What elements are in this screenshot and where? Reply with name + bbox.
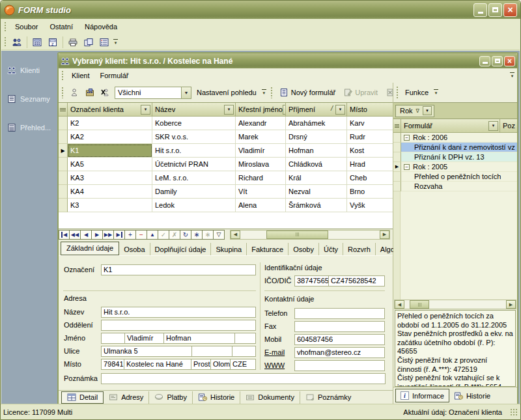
tab-informace[interactable]: i Informace [395, 389, 449, 402]
toolbar-overflow-button[interactable]: ▾ [260, 87, 268, 98]
form-label[interactable]: Přiznání k dani z nemovitostí vz [401, 143, 517, 152]
scroll-right-button[interactable]: ▶ [506, 300, 516, 309]
filter-combo[interactable]: Všichni ▼ [115, 87, 191, 99]
nav-goto-bookmark-button[interactable]: ∗ [203, 230, 214, 240]
sidebar-item-klienti[interactable]: Klienti [1, 63, 57, 78]
group-by-rok-button[interactable]: Rok ∇ ▼ [395, 105, 434, 117]
cell-code[interactable]: K2 [68, 117, 152, 130]
cell-first-name[interactable]: Vladimír [236, 144, 286, 158]
cell-first-name[interactable]: Alexandr [236, 117, 286, 130]
cell-first-name[interactable]: Vít [236, 185, 286, 199]
column-header-oznaceni[interactable]: Označení klienta▼ [68, 103, 152, 117]
nav-next-page-button[interactable]: ▶▶ [103, 230, 114, 240]
table-row[interactable]: KA3 LeM. s.r.o. Richard Král Cheb [59, 171, 393, 185]
grid-corner-button[interactable] [59, 103, 68, 117]
cell-name[interactable]: Účetnictví PRAN [152, 158, 236, 171]
cell-code[interactable]: KA2 [68, 130, 152, 144]
column-header-misto[interactable]: Místo [347, 103, 393, 117]
chevron-down-icon[interactable]: ▼ [181, 87, 191, 98]
lists-toolbar-button[interactable] [96, 35, 112, 49]
menubar-grip[interactable] [61, 70, 64, 80]
cell-name[interactable]: Koberce [152, 117, 236, 130]
column-header-krestni[interactable]: Křestní jméno▼ [236, 103, 286, 117]
view-settings-button[interactable]: Nastavení pohledu [193, 87, 260, 98]
email-field[interactable]: vhofman@stereo.cz [294, 347, 385, 358]
sidebar-item-seznamy[interactable]: Seznamy [1, 91, 57, 107]
nav-prior-page-button[interactable]: ◀◀ [70, 230, 81, 240]
child-close-button[interactable]: × [504, 56, 515, 66]
toolbar-overflow-button[interactable]: ▾ [432, 87, 440, 98]
cell-city[interactable]: Karv [347, 117, 393, 130]
table-row[interactable]: K3 Ledok Alena Šrámková Vyšk [59, 199, 393, 212]
cell-first-name[interactable]: Richard [236, 171, 286, 185]
nav-last-button[interactable]: ▶ [114, 230, 125, 240]
table-row[interactable]: KA5 Účetnictví PRAN Miroslava Chládková … [59, 158, 393, 171]
nav-prior-button[interactable]: ◀ [81, 230, 92, 240]
cell-code[interactable]: KA4 [68, 185, 152, 199]
dic-field[interactable]: CZ475628542 [328, 275, 385, 287]
column-header-poz[interactable]: Poz [500, 119, 517, 133]
tab-ucty[interactable]: Účty [319, 243, 343, 255]
nav-filter-button[interactable]: ▽ [214, 230, 225, 240]
calculator-toolbar-button[interactable] [29, 35, 45, 49]
group-row[interactable]: −Rok : 2006 [393, 133, 517, 143]
cell-city[interactable]: Hrad [347, 158, 393, 171]
titul-field[interactable] [101, 333, 125, 344]
oznaceni-field[interactable]: K1 [101, 264, 256, 275]
cell-code[interactable]: KA5 [68, 158, 152, 171]
psc-field[interactable]: 79841 [101, 359, 124, 370]
toolbar-grip[interactable] [396, 86, 399, 100]
nav-set-bookmark-button[interactable]: ∗ [191, 230, 203, 240]
child-maximize-button[interactable] [492, 56, 503, 66]
tab-historie[interactable]: Historie [193, 391, 240, 404]
form-label[interactable]: Rozvaha [401, 182, 517, 191]
prijmeni-field[interactable]: Hofman [163, 333, 235, 344]
tab-rozvrh[interactable]: Rozvrh [343, 243, 376, 255]
new-form-button[interactable]: Nový formulář [275, 87, 339, 98]
toolbar-grip[interactable] [270, 87, 273, 98]
collapse-icon[interactable]: − [404, 135, 410, 141]
cislo-popisne-field[interactable] [191, 346, 232, 357]
forms-horizontal-scrollbar[interactable]: ◀ ▶ [394, 300, 516, 309]
group-row-current[interactable]: ▶ −Rok : 2005 [393, 162, 517, 172]
cell-code[interactable]: K3 [68, 199, 152, 212]
table-row[interactable]: K2 Koberce Alexandr Abrahámek Karv [59, 117, 393, 130]
menu-klient[interactable]: Klient [66, 70, 95, 81]
cell-city[interactable]: Rudr [347, 130, 393, 144]
kraj-field[interactable]: Olom [210, 359, 231, 370]
nav-first-button[interactable]: ◀ [59, 230, 70, 240]
oddeleni-field[interactable] [101, 320, 256, 331]
cislo-orientacni-field[interactable] [232, 346, 256, 357]
cell-code[interactable]: K1 [68, 144, 152, 158]
scrollbar-thumb[interactable] [410, 300, 429, 309]
close-button[interactable]: × [503, 3, 517, 17]
fax-field[interactable] [294, 321, 385, 332]
cell-city[interactable]: Cheb [347, 171, 393, 185]
jmeno-field[interactable]: Vladimír [124, 333, 164, 344]
tab-skupina[interactable]: Skupina [211, 243, 247, 255]
toolbar-grip[interactable] [4, 36, 7, 47]
cell-name[interactable]: LeM. s.r.o. [152, 171, 236, 185]
stat-field[interactable]: CZE [230, 359, 256, 370]
titul-za-field[interactable] [234, 333, 256, 344]
person-inactive-toolbar-button[interactable] [98, 86, 113, 100]
tab-detail[interactable]: Detail [61, 391, 104, 404]
cell-city[interactable]: Vyšk [347, 199, 393, 212]
grid-corner-button[interactable] [393, 119, 401, 133]
menu-napoveda[interactable]: Nápověda [79, 20, 123, 33]
www-link-label[interactable]: WWW [264, 361, 285, 369]
cell-last-name[interactable]: Drsný [286, 130, 347, 144]
cell-last-name[interactable]: Abrahámek [286, 117, 347, 130]
form-label[interactable]: Přiznání k DPH vz. 13 [401, 152, 517, 162]
email-link-label[interactable]: E-mail [264, 348, 285, 356]
column-header-formular[interactable]: Formulář▼ [401, 119, 500, 133]
form-label[interactable]: Přehled o peněžních tocích [401, 172, 517, 182]
menu-formular[interactable]: Formulář [95, 70, 134, 81]
clients-toolbar-button[interactable] [9, 35, 25, 49]
nazev-field[interactable]: Hit s.r.o. [101, 307, 256, 318]
form-row-selected[interactable]: Přiznání k dani z nemovitostí vz [393, 143, 517, 152]
nav-edit-button[interactable]: ▲ [147, 230, 158, 240]
scroll-left-button[interactable]: ◀ [395, 300, 404, 309]
tab-dokumenty[interactable]: Dokumenty [240, 391, 300, 404]
maximize-button[interactable] [488, 3, 502, 17]
